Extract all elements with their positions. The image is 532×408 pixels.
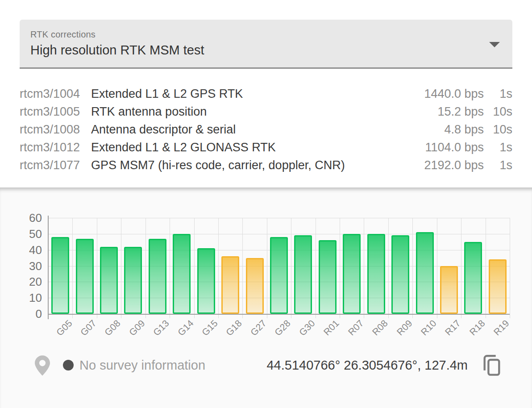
x-axis-tick-label: G13 bbox=[151, 318, 171, 338]
x-gridline bbox=[316, 218, 316, 318]
chart-bar bbox=[343, 234, 361, 314]
x-gridline bbox=[242, 218, 243, 318]
message-rate: 2192.0 bps bbox=[403, 158, 484, 172]
chart-bar bbox=[173, 234, 191, 314]
chart-bar bbox=[391, 235, 409, 314]
x-gridline bbox=[121, 218, 121, 318]
coordinates-text: 44.5140766° 26.3054676°, 127.4m bbox=[266, 358, 468, 373]
x-gridline bbox=[437, 218, 437, 318]
y-gridline bbox=[48, 218, 510, 218]
chart-bar bbox=[440, 266, 458, 314]
chart-bar bbox=[294, 235, 312, 314]
x-axis-tick-label: G09 bbox=[127, 318, 147, 338]
y-axis-tick-label: 30 bbox=[0, 259, 42, 273]
message-interval: 10s bbox=[484, 105, 512, 119]
message-name: GPS MSM7 (hi-res code, carrier, doppler,… bbox=[91, 158, 403, 172]
rtcm-message-table: rtcm3/1004 Extended L1 & L2 GPS RTK 1440… bbox=[20, 85, 512, 174]
chart-bar bbox=[221, 256, 239, 314]
message-rate: 15.2 bps bbox=[403, 105, 484, 119]
message-interval: 1s bbox=[484, 141, 512, 154]
chart-bar bbox=[489, 259, 507, 314]
y-axis-tick-label: 50 bbox=[0, 227, 42, 241]
y-axis-tick-label: 0 bbox=[0, 307, 42, 321]
table-row: rtcm3/1004 Extended L1 & L2 GPS RTK 1440… bbox=[20, 85, 512, 103]
y-gridline bbox=[48, 314, 510, 315]
copy-button[interactable] bbox=[482, 354, 502, 377]
x-axis-tick-label: G18 bbox=[224, 318, 244, 338]
chart-bar bbox=[149, 239, 166, 314]
message-id: rtcm3/1008 bbox=[20, 123, 87, 137]
x-axis-tick-label: R08 bbox=[370, 318, 390, 337]
rtk-corrections-dropdown[interactable]: RTK corrections High resolution RTK MSM … bbox=[20, 20, 512, 69]
x-gridline bbox=[170, 218, 170, 318]
chart-bar bbox=[197, 248, 215, 314]
x-axis-tick-label: G05 bbox=[54, 318, 74, 338]
x-axis-tick-label: R17 bbox=[443, 318, 463, 337]
table-row: rtcm3/1012 Extended L1 & L2 GLONASS RTK … bbox=[20, 138, 512, 156]
x-axis-tick-label: R09 bbox=[395, 318, 414, 337]
x-axis-tick-label: G30 bbox=[297, 318, 317, 338]
message-id: rtcm3/1012 bbox=[20, 141, 87, 154]
x-gridline bbox=[218, 218, 219, 318]
table-row: rtcm3/1008 Antenna descriptor & serial 4… bbox=[20, 121, 512, 138]
x-axis-tick-label: R18 bbox=[467, 318, 487, 337]
x-axis-tick-label: R07 bbox=[346, 318, 366, 337]
chart-bar bbox=[464, 242, 482, 314]
x-axis-tick-label: G27 bbox=[249, 318, 269, 338]
dropdown-label: RTK corrections bbox=[30, 29, 96, 40]
x-gridline bbox=[72, 218, 73, 318]
y-axis-tick-label: 60 bbox=[0, 211, 42, 225]
x-axis-tick-label: R19 bbox=[492, 318, 511, 337]
chart-bar bbox=[319, 240, 337, 314]
y-axis-line bbox=[48, 216, 49, 319]
chart-bar bbox=[76, 239, 94, 314]
chart-bar bbox=[367, 234, 385, 314]
message-name: Antenna descriptor & serial bbox=[91, 123, 403, 137]
table-row: rtcm3/1077 GPS MSM7 (hi-res code, carrie… bbox=[20, 156, 512, 174]
x-gridline bbox=[145, 218, 146, 318]
message-interval: 10s bbox=[484, 123, 512, 137]
chart-bar bbox=[246, 258, 264, 314]
message-id: rtcm3/1077 bbox=[20, 158, 87, 172]
x-axis-tick-label: G28 bbox=[273, 318, 293, 338]
status-dot-icon bbox=[63, 360, 74, 371]
x-axis-tick-label: G15 bbox=[200, 318, 220, 338]
x-gridline bbox=[97, 218, 97, 318]
x-gridline bbox=[364, 218, 364, 318]
chart-bar bbox=[124, 247, 142, 314]
x-gridline bbox=[510, 218, 510, 318]
x-gridline bbox=[194, 218, 195, 318]
chart-bar bbox=[416, 232, 434, 314]
copy-icon bbox=[482, 354, 502, 377]
message-interval: 1s bbox=[484, 158, 512, 172]
x-gridline bbox=[267, 218, 267, 318]
x-gridline bbox=[340, 218, 340, 318]
x-gridline bbox=[412, 218, 413, 318]
x-axis-tick-label: R10 bbox=[419, 318, 438, 337]
table-row: rtcm3/1005 RTK antenna position 15.2 bps… bbox=[20, 103, 512, 121]
x-axis-tick-label: G14 bbox=[175, 318, 195, 338]
y-axis-tick-label: 20 bbox=[0, 275, 42, 288]
message-rate: 1104.0 bps bbox=[403, 141, 484, 154]
message-interval: 1s bbox=[484, 87, 512, 101]
dropdown-selected-value: High resolution RTK MSM test bbox=[30, 43, 204, 58]
message-name: Extended L1 & L2 GLONASS RTK bbox=[91, 141, 403, 154]
message-name: Extended L1 & L2 GPS RTK bbox=[91, 87, 403, 101]
satellite-snr-panel: 0102030405060G05G07G08G09G13G14G15G18G27… bbox=[0, 187, 532, 408]
x-axis-tick-label: G07 bbox=[79, 318, 99, 338]
x-gridline bbox=[486, 218, 486, 318]
message-id: rtcm3/1004 bbox=[20, 87, 87, 101]
chevron-down-icon[interactable] bbox=[489, 42, 500, 47]
y-axis-tick-label: 10 bbox=[0, 291, 42, 304]
x-axis-tick-label: G08 bbox=[103, 318, 123, 338]
message-id: rtcm3/1005 bbox=[20, 105, 87, 119]
message-rate: 4.8 bps bbox=[403, 123, 484, 137]
snr-bar-chart: 0102030405060G05G07G08G09G13G14G15G18G27… bbox=[48, 218, 510, 314]
x-axis-tick-label: R01 bbox=[322, 318, 341, 337]
chart-bar bbox=[51, 237, 69, 314]
x-gridline bbox=[388, 218, 389, 318]
location-pin-icon bbox=[35, 355, 50, 376]
chart-bar bbox=[100, 247, 118, 314]
message-rate: 1440.0 bps bbox=[403, 87, 484, 101]
y-gridline bbox=[48, 234, 510, 234]
